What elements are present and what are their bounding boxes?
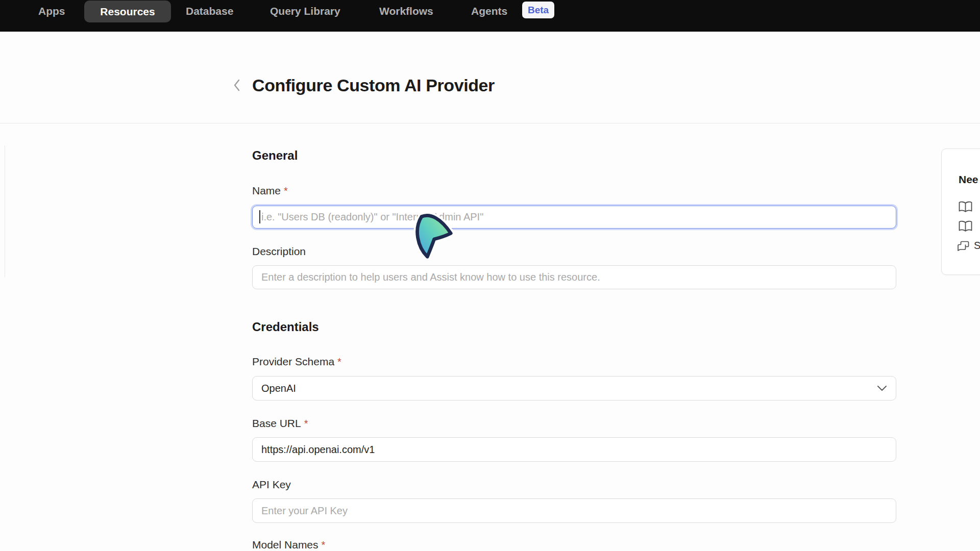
nav-tab-resources-label: Resources (100, 6, 155, 18)
help-link-docs-2[interactable] (959, 220, 972, 232)
book-icon (959, 220, 972, 232)
chevron-down-icon (877, 385, 887, 391)
description-input[interactable] (252, 265, 896, 289)
text-caret (259, 210, 260, 223)
header-divider (0, 123, 980, 123)
nav-tab-workflows[interactable]: Workflows (379, 5, 433, 18)
help-panel-title: Nee (959, 173, 978, 186)
model-names-label-text: Model Names (252, 539, 318, 550)
base-url-label-text: Base URL (252, 417, 301, 429)
nav-tab-apps[interactable]: Apps (38, 5, 65, 18)
base-url-label: Base URL* (252, 417, 308, 430)
help-link-support-text: S (974, 240, 980, 252)
chat-bubbles-icon (957, 241, 969, 251)
provider-schema-label-text: Provider Schema (252, 356, 334, 367)
nav-tab-query-library[interactable]: Query Library (270, 5, 340, 18)
help-link-support[interactable]: S (957, 240, 980, 252)
nav-tab-resources[interactable]: Resources (84, 1, 171, 22)
api-key-label: API Key (252, 479, 291, 491)
provider-schema-required-marker: * (337, 356, 341, 367)
book-icon (959, 201, 972, 213)
back-button[interactable] (231, 78, 243, 93)
app-window: Apps Resources Database Query Library Wo… (0, 0, 980, 551)
name-label: Name* (252, 185, 288, 197)
base-url-required-marker: * (304, 418, 308, 429)
nav-tab-agents[interactable]: Agents (471, 5, 507, 18)
name-label-text: Name (252, 185, 281, 196)
page-title: Configure Custom AI Provider (252, 76, 495, 95)
name-required-marker: * (284, 185, 288, 196)
base-url-input[interactable] (252, 437, 896, 462)
model-names-required-marker: * (322, 539, 326, 550)
nav-tab-database[interactable]: Database (186, 5, 233, 18)
provider-schema-select[interactable]: OpenAI (252, 376, 896, 400)
help-link-docs-1[interactable] (959, 201, 972, 213)
chevron-left-icon (233, 79, 241, 92)
top-nav: Apps Resources Database Query Library Wo… (0, 0, 980, 32)
name-input[interactable] (252, 206, 896, 229)
description-label: Description (252, 245, 306, 258)
section-heading-general: General (252, 148, 298, 163)
beta-badge: Beta (522, 2, 554, 18)
section-heading-credentials: Credentials (252, 320, 319, 334)
api-key-input[interactable] (252, 498, 896, 523)
provider-schema-value: OpenAI (261, 383, 296, 394)
left-card-edge (5, 145, 5, 277)
model-names-label: Model Names* (252, 539, 325, 551)
provider-schema-label: Provider Schema* (252, 356, 341, 368)
help-panel: Nee S (941, 148, 980, 275)
